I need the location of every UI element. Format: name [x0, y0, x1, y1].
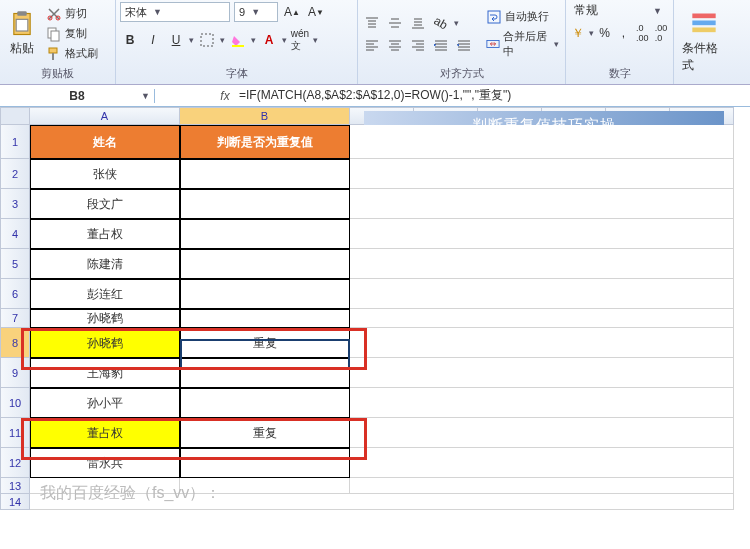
cell[interactable]: [350, 125, 734, 159]
cell[interactable]: [350, 418, 734, 448]
align-top-button[interactable]: [362, 13, 382, 33]
cell[interactable]: [350, 189, 734, 219]
font-name-select[interactable]: 宋体▼: [120, 2, 230, 22]
cell[interactable]: [180, 388, 350, 418]
row-header[interactable]: 11: [0, 418, 30, 448]
number-format-select[interactable]: 常规▼: [570, 2, 666, 19]
cell[interactable]: [180, 279, 350, 309]
align-center-button[interactable]: [385, 35, 405, 55]
row-header[interactable]: 13: [0, 478, 30, 494]
font-size-select[interactable]: 9▼: [234, 2, 278, 22]
name-box[interactable]: B8▼: [0, 89, 155, 103]
inc-decimal-button[interactable]: .0.00: [634, 23, 650, 43]
cell[interactable]: 董占权: [30, 418, 180, 448]
row-header[interactable]: 4: [0, 219, 30, 249]
svg-rect-1: [17, 11, 26, 16]
paste-label: 粘贴: [10, 40, 34, 57]
fill-color-button[interactable]: [228, 30, 248, 50]
cell[interactable]: 重复: [180, 418, 350, 448]
cell[interactable]: [180, 309, 350, 328]
cell-selected[interactable]: 重复: [180, 328, 350, 358]
header-name[interactable]: 姓名: [30, 125, 180, 159]
accounting-button[interactable]: ￥: [570, 23, 586, 43]
format-painter-button[interactable]: 格式刷: [44, 45, 100, 63]
cell[interactable]: 孙小平: [30, 388, 180, 418]
align-group-label: 对齐方式: [362, 65, 561, 82]
row-header[interactable]: 14: [0, 494, 30, 510]
italic-button[interactable]: I: [143, 30, 163, 50]
underline-button[interactable]: U: [166, 30, 186, 50]
cell[interactable]: 张侠: [30, 159, 180, 189]
svg-rect-13: [692, 14, 715, 19]
cell[interactable]: 雷永兵: [30, 448, 180, 478]
svg-rect-15: [692, 28, 715, 33]
row-header[interactable]: 2: [0, 159, 30, 189]
cell[interactable]: 董占权: [30, 219, 180, 249]
row-header[interactable]: 9: [0, 358, 30, 388]
cell[interactable]: [180, 358, 350, 388]
bold-button[interactable]: B: [120, 30, 140, 50]
cell[interactable]: [180, 249, 350, 279]
merge-center-button[interactable]: 合并后居中▾: [484, 28, 561, 60]
formula-input[interactable]: =IF(MATCH(A8,$A$2:$A$12,0)=ROW()-1,"","重…: [235, 87, 750, 104]
svg-rect-6: [51, 31, 59, 41]
paste-button[interactable]: 粘贴: [4, 8, 40, 59]
grow-font-button[interactable]: A▲: [282, 2, 302, 22]
wrap-text-button[interactable]: 自动换行: [484, 8, 561, 26]
cell[interactable]: [350, 478, 734, 494]
row-header[interactable]: 7: [0, 309, 30, 328]
row-header[interactable]: 5: [0, 249, 30, 279]
row-header[interactable]: 3: [0, 189, 30, 219]
shrink-font-button[interactable]: A▼: [306, 2, 326, 22]
fx-icon[interactable]: fx: [215, 89, 235, 103]
col-header-b[interactable]: B: [180, 107, 350, 125]
cell[interactable]: 王海豹: [30, 358, 180, 388]
percent-button[interactable]: %: [597, 23, 613, 43]
cell[interactable]: 孙晓鹤: [30, 328, 180, 358]
select-all-corner[interactable]: [0, 107, 30, 125]
cell[interactable]: [350, 249, 734, 279]
align-left-button[interactable]: [362, 35, 382, 55]
cell[interactable]: [180, 189, 350, 219]
cell[interactable]: [350, 279, 734, 309]
cell[interactable]: 陈建清: [30, 249, 180, 279]
worksheet: A B C D E F G H 判断重复值技巧实操 1 姓名 判断是否为重复值 …: [0, 107, 750, 510]
row-header[interactable]: 8: [0, 328, 30, 358]
comma-button[interactable]: ,: [616, 23, 632, 43]
font-group-label: 字体: [120, 65, 353, 82]
row-header[interactable]: 12: [0, 448, 30, 478]
cond-format-label: 条件格式: [682, 40, 726, 74]
align-bottom-button[interactable]: [408, 13, 428, 33]
conditional-format-button[interactable]: 条件格式: [678, 8, 730, 76]
row-header[interactable]: 6: [0, 279, 30, 309]
indent-inc-button[interactable]: [454, 35, 474, 55]
cell[interactable]: [350, 219, 734, 249]
header-dup[interactable]: 判断是否为重复值: [180, 125, 350, 159]
indent-dec-button[interactable]: [431, 35, 451, 55]
col-header-a[interactable]: A: [30, 107, 180, 125]
cell[interactable]: [350, 448, 734, 478]
cell[interactable]: [180, 448, 350, 478]
cell[interactable]: 彭连红: [30, 279, 180, 309]
cell[interactable]: [350, 309, 734, 328]
cell[interactable]: [350, 358, 734, 388]
cell[interactable]: 孙晓鹤: [30, 309, 180, 328]
cell[interactable]: [350, 328, 734, 358]
align-right-button[interactable]: [408, 35, 428, 55]
row-header[interactable]: 10: [0, 388, 30, 418]
align-middle-button[interactable]: [385, 13, 405, 33]
cell[interactable]: [180, 219, 350, 249]
cell[interactable]: 段文广: [30, 189, 180, 219]
cut-button[interactable]: 剪切: [44, 5, 100, 23]
cell[interactable]: [350, 388, 734, 418]
svg-rect-9: [201, 34, 213, 46]
font-color-button[interactable]: A: [259, 30, 279, 50]
phonetic-button[interactable]: wén文: [290, 30, 310, 50]
cell[interactable]: [350, 159, 734, 189]
copy-button[interactable]: 复制: [44, 25, 100, 43]
cell[interactable]: [180, 159, 350, 189]
border-button[interactable]: [197, 30, 217, 50]
row-header[interactable]: 1: [0, 125, 30, 159]
dec-decimal-button[interactable]: .00.0: [653, 23, 669, 43]
orientation-button[interactable]: ab: [431, 13, 451, 33]
